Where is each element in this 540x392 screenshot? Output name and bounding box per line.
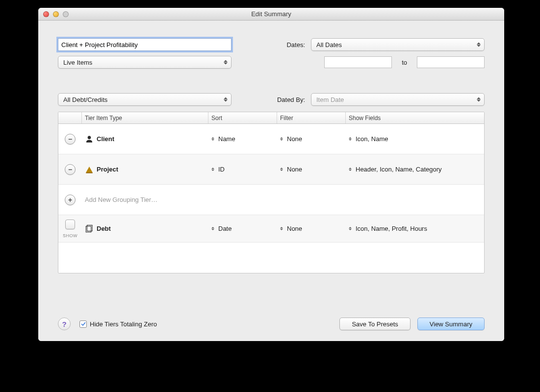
debt-icon	[85, 224, 94, 233]
dated-by-label: Dated By:	[277, 96, 305, 103]
status-select[interactable]: Live Items	[58, 56, 231, 69]
window-controls	[38, 11, 69, 17]
row-status-daterange: Live Items to	[58, 56, 485, 69]
row-debits-datedby: All Debt/Credits Dated By: Item Date	[58, 93, 485, 106]
table-header: Tier Item Type Sort Filter Show Fields	[58, 112, 484, 124]
filter-value: None	[287, 166, 302, 173]
filter-value: None	[287, 225, 302, 232]
table-row[interactable]: − Project ID None	[58, 154, 484, 185]
chevron-updown-icon	[223, 60, 228, 65]
show-value: Icon, Name, Profit, Hours	[356, 225, 427, 232]
dates-select[interactable]: All Dates	[311, 38, 485, 51]
hide-zero-checkbox[interactable]	[79, 320, 87, 328]
sort-value: ID	[218, 166, 225, 173]
add-tier-label: Add New Grouping Tier…	[85, 196, 157, 203]
th-show[interactable]: Show Fields	[346, 112, 484, 123]
debt-row[interactable]: SHOW Debt Date None	[58, 215, 484, 243]
window-title: Edit Summary	[38, 10, 504, 18]
sort-icon[interactable]	[280, 168, 284, 171]
table-body: − Client Name None	[58, 124, 484, 273]
sort-icon[interactable]	[280, 227, 284, 230]
th-sort[interactable]: Sort	[208, 112, 277, 123]
minimize-icon[interactable]	[53, 11, 59, 17]
help-button[interactable]: ?	[58, 318, 71, 330]
dated-by-select[interactable]: Item Date	[311, 93, 485, 106]
close-icon[interactable]	[43, 11, 49, 17]
hide-zero-label: Hide Tiers Totaling Zero	[90, 320, 157, 328]
th-handle	[58, 112, 82, 123]
tiers-table: Tier Item Type Sort Filter Show Fields −…	[58, 112, 485, 273]
filter-value: None	[287, 135, 302, 143]
sort-icon[interactable]	[211, 168, 215, 171]
table-row[interactable]: − Client Name None	[58, 124, 484, 154]
sort-icon[interactable]	[349, 168, 353, 171]
status-select-value: Live Items	[63, 59, 92, 66]
remove-tier-button[interactable]: −	[65, 164, 76, 175]
save-presets-button[interactable]: Save To Presets	[339, 318, 410, 330]
view-summary-button[interactable]: View Summary	[417, 318, 485, 330]
show-debt-toggle[interactable]	[65, 220, 75, 229]
sort-icon[interactable]	[211, 137, 215, 141]
summary-name-input[interactable]	[58, 38, 231, 51]
chevron-updown-icon	[476, 43, 481, 47]
footer: ? Hide Tiers Totaling Zero Save To Prese…	[58, 318, 485, 330]
sort-value: Date	[218, 225, 231, 232]
th-filter[interactable]: Filter	[277, 112, 346, 123]
dated-by-select-value: Item Date	[316, 96, 344, 103]
debits-select[interactable]: All Debt/Credits	[58, 93, 231, 106]
date-to-input[interactable]	[417, 56, 485, 68]
debits-select-value: All Debt/Credits	[63, 96, 107, 103]
zoom-icon[interactable]	[63, 11, 69, 17]
chevron-updown-icon	[223, 98, 228, 102]
sort-icon[interactable]	[280, 137, 284, 141]
date-from-input[interactable]	[324, 56, 392, 68]
dates-select-value: All Dates	[316, 41, 342, 49]
tier-type: Debt	[97, 225, 111, 232]
table-row-empty	[58, 243, 484, 273]
sort-icon[interactable]	[349, 137, 353, 141]
show-value: Header, Icon, Name, Category	[356, 166, 442, 173]
dates-label: Dates:	[286, 41, 305, 49]
titlebar: Edit Summary	[38, 8, 504, 21]
date-to-label: to	[402, 59, 407, 66]
th-type[interactable]: Tier Item Type	[82, 112, 208, 123]
chevron-updown-icon	[476, 98, 481, 102]
tier-type: Project	[97, 166, 118, 173]
show-debt-label: SHOW	[63, 233, 77, 238]
remove-tier-button[interactable]: −	[65, 134, 76, 145]
add-tier-row[interactable]: + Add New Grouping Tier…	[58, 185, 484, 215]
edit-summary-window: Edit Summary Dates: All Dates Live Items…	[38, 8, 504, 341]
client-icon	[85, 135, 94, 144]
content-area: Dates: All Dates Live Items to All Debt/…	[38, 21, 504, 341]
show-value: Icon, Name	[356, 135, 388, 143]
sort-value: Name	[218, 135, 235, 143]
tier-type: Client	[97, 135, 114, 143]
project-icon	[85, 165, 94, 174]
sort-icon[interactable]	[349, 227, 353, 230]
add-tier-button[interactable]: +	[65, 195, 76, 205]
row-name-dates: Dates: All Dates	[58, 38, 485, 51]
sort-icon[interactable]	[211, 227, 215, 230]
